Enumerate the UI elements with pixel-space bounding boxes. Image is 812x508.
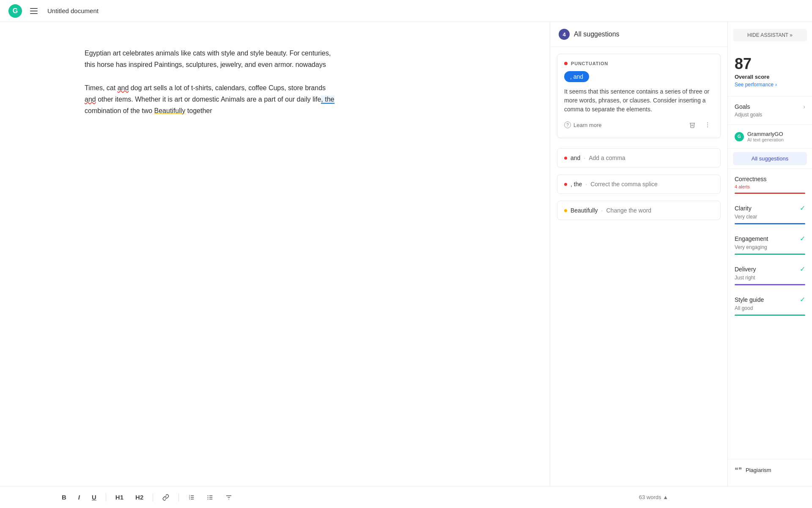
score-section: 87 Overall score See performance › xyxy=(728,50,812,94)
sidebar-item-style-guide[interactable]: Style guide ✓ All good xyxy=(728,290,812,321)
editor-beautifully: Beautifully xyxy=(154,107,186,114)
svg-point-2 xyxy=(707,127,708,127)
editor-line4-pre: Times, cat xyxy=(85,84,118,91)
correctness-alerts: 4 alerts xyxy=(735,184,805,189)
red-dot-mini2-icon xyxy=(564,183,567,186)
sidebar-item-clarity[interactable]: Clarity ✓ Very clear xyxy=(728,199,812,229)
plagiarism-icon: ❝❞ xyxy=(735,466,742,474)
editor-comma-the: , the xyxy=(321,96,334,104)
plagiarism-item[interactable]: ❝❞ Plagiarism xyxy=(728,461,812,479)
engagement-check-icon: ✓ xyxy=(800,235,805,243)
menu-icon[interactable] xyxy=(27,4,41,18)
clarity-check-icon: ✓ xyxy=(800,204,805,212)
suggestions-header: 4 All suggestions xyxy=(550,22,727,47)
editor-and2: and xyxy=(85,96,96,103)
sidebar-item-delivery[interactable]: Delivery ✓ Just right xyxy=(728,260,812,290)
grammarly-logo: G xyxy=(8,4,22,18)
delivery-title: Delivery xyxy=(735,266,756,273)
goals-arrow-icon: › xyxy=(803,103,805,110)
format-clear-button[interactable] xyxy=(223,492,235,502)
underline-button[interactable]: U xyxy=(89,492,99,502)
card-footer: ? Learn more xyxy=(564,119,713,131)
sidebar-item-engagement[interactable]: Engagement ✓ Very engaging xyxy=(728,229,812,260)
go-sub: AI text generation xyxy=(747,137,784,142)
yellow-dot-mini-icon xyxy=(564,209,567,212)
mini-suggestion-beautifully[interactable]: Beautifully · Change the word xyxy=(557,201,721,220)
sidebar-item-correctness[interactable]: Correctness 4 alerts xyxy=(728,171,812,199)
punctuation-card[interactable]: PUNCTUATION , and It seems that this sen… xyxy=(557,54,721,138)
bold-button[interactable]: B xyxy=(59,492,69,502)
divider1 xyxy=(728,96,812,97)
card-actions xyxy=(686,119,713,131)
help-icon: ? xyxy=(564,121,571,128)
overall-score-label: Overall score xyxy=(735,74,805,80)
more-options-button[interactable] xyxy=(702,119,713,131)
style-guide-progress xyxy=(735,315,805,316)
card-category: PUNCTUATION xyxy=(571,61,608,66)
correctness-progress xyxy=(735,193,805,194)
card-text: It seems that this sentence contains a s… xyxy=(564,87,713,114)
svg-point-13 xyxy=(208,497,208,498)
svg-text:3: 3 xyxy=(189,498,190,500)
mini-action-change-word: Change the word xyxy=(606,207,651,214)
mini-action-add-comma: Add a comma xyxy=(589,155,625,161)
correctness-title: Correctness xyxy=(735,176,766,182)
engagement-title: Engagement xyxy=(735,235,768,242)
svg-point-12 xyxy=(208,495,208,496)
clarity-progress xyxy=(735,223,805,224)
mini-action-comma-splice: Correct the comma splice xyxy=(590,181,658,188)
plagiarism-title: Plagiarism xyxy=(746,467,771,473)
toolbar-sep3 xyxy=(178,493,179,502)
toolbar-sep1 xyxy=(106,493,106,502)
all-suggestions-button[interactable]: All suggestions xyxy=(733,152,807,165)
right-sidebar: HIDE ASSISTANT » 87 Overall score See pe… xyxy=(727,22,812,486)
goals-title: Goals xyxy=(735,103,750,110)
editor-line5-post: other items. Whether it is art or domest… xyxy=(96,96,321,103)
main-layout: Egyptian art celebrates animals like cat… xyxy=(0,22,812,486)
suggestion-chip[interactable]: , and xyxy=(564,71,589,82)
svg-point-1 xyxy=(707,124,708,125)
link-button[interactable] xyxy=(160,492,172,502)
style-guide-check-icon: ✓ xyxy=(800,295,805,304)
unordered-list-button[interactable] xyxy=(204,492,216,502)
mini-suggestion-the[interactable]: , the · Correct the comma splice xyxy=(557,174,721,194)
divider2 xyxy=(728,124,812,125)
word-count: 63 words ▲ xyxy=(639,494,668,500)
editor-and1: and xyxy=(118,84,129,91)
engagement-sub: Very engaging xyxy=(735,244,805,250)
suggestions-title: All suggestions xyxy=(574,30,620,38)
style-guide-sub: All good xyxy=(735,305,805,311)
delivery-sub: Just right xyxy=(735,275,805,281)
sidebar-item-goals[interactable]: Goals › Adjust goals xyxy=(728,98,812,123)
h2-button[interactable]: H2 xyxy=(133,492,146,502)
go-title: GrammarlyGO xyxy=(747,131,784,137)
red-dot-mini-icon xyxy=(564,157,567,160)
clarity-sub: Very clear xyxy=(735,214,805,220)
goals-sub: Adjust goals xyxy=(735,112,805,118)
h1-button[interactable]: H1 xyxy=(113,492,126,502)
bottom-toolbar: B I U H1 H2 1 2 3 xyxy=(0,486,812,508)
style-guide-title: Style guide xyxy=(735,296,764,303)
delete-button[interactable] xyxy=(686,119,698,131)
editor-content[interactable]: Egyptian art celebrates animals like cat… xyxy=(85,47,338,116)
grammarly-go-item[interactable]: G GrammarlyGO AI text generation xyxy=(728,127,812,146)
italic-button[interactable]: I xyxy=(76,492,82,502)
delivery-progress xyxy=(735,284,805,285)
hide-assistant-button[interactable]: HIDE ASSISTANT » xyxy=(733,29,807,41)
grammarly-go-icon: G xyxy=(735,132,744,141)
see-performance-link[interactable]: See performance › xyxy=(735,82,805,88)
divider4 xyxy=(728,168,812,169)
ordered-list-button[interactable]: 1 2 3 xyxy=(186,492,198,502)
overall-score-number: 87 xyxy=(735,55,805,73)
mini-keyword-the: , the xyxy=(571,181,582,188)
mini-suggestion-and[interactable]: and · Add a comma xyxy=(557,148,721,168)
editor-area[interactable]: Egyptian art celebrates animals like cat… xyxy=(0,22,550,486)
editor-line1: Egyptian art celebrates animals like cat… xyxy=(85,50,331,68)
card-header: PUNCTUATION xyxy=(564,61,713,66)
editor-line6-post: together xyxy=(185,107,212,114)
learn-more-link[interactable]: ? Learn more xyxy=(564,121,601,128)
divider3 xyxy=(728,148,812,149)
mini-keyword-and: and xyxy=(571,155,580,161)
suggestions-panel: 4 All suggestions PUNCTUATION , and It s… xyxy=(550,22,727,486)
divider5 xyxy=(728,459,812,459)
